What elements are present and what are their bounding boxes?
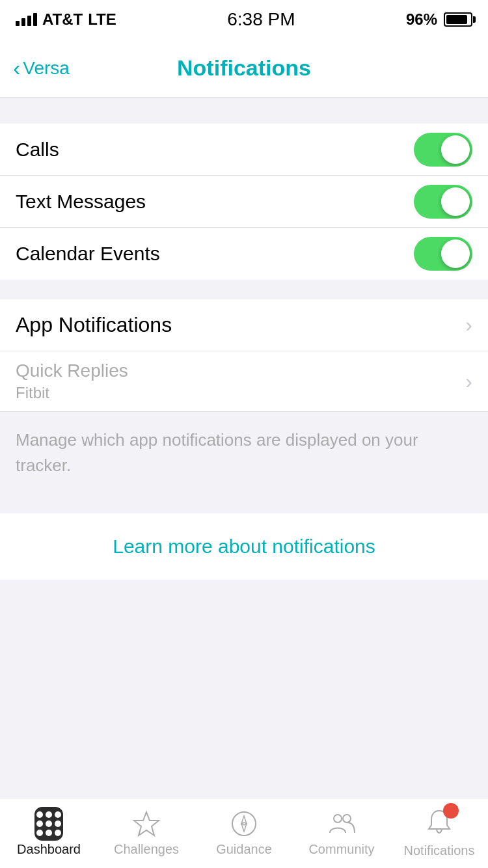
calendar-events-row: Calendar Events (0, 228, 488, 280)
battery-icon (444, 12, 472, 27)
back-button[interactable]: ‹ Versa (13, 55, 70, 81)
signal-bars-icon (16, 13, 37, 26)
tab-dashboard[interactable]: Dashboard (0, 798, 98, 868)
quick-replies-text: Quick Replies Fitbit (16, 360, 128, 402)
battery-percent: 96% (406, 10, 437, 29)
tab-community-label: Community (308, 842, 374, 857)
app-notifications-row[interactable]: App Notifications › (0, 299, 488, 351)
learn-more-link[interactable]: Learn more about notifications (113, 536, 375, 558)
text-messages-toggle-knob (441, 187, 470, 216)
status-right: 96% (406, 10, 472, 29)
learn-more-section: Learn more about notifications (0, 513, 488, 580)
svg-marker-2 (241, 816, 247, 824)
tab-challenges-label: Challenges (114, 842, 179, 857)
status-left: AT&T LTE (16, 10, 116, 29)
page-title: Notifications (177, 55, 311, 81)
status-bar: AT&T LTE 6:38 PM 96% (0, 0, 488, 39)
status-time: 6:38 PM (227, 9, 295, 30)
tab-community[interactable]: Community (293, 798, 390, 868)
network-label: LTE (88, 10, 116, 29)
compass-icon (230, 809, 258, 838)
carrier-label: AT&T (42, 10, 83, 29)
description-section: Manage which app notifications are displ… (0, 412, 488, 494)
section-gap-top (0, 98, 488, 124)
svg-marker-3 (241, 824, 247, 832)
guidance-icon (230, 809, 258, 838)
back-chevron-icon: ‹ (13, 55, 20, 81)
notifications-icon-wrapper (425, 808, 454, 839)
people-icon (327, 809, 356, 838)
app-notifications-label: App Notifications (16, 313, 172, 337)
challenges-icon (132, 809, 161, 838)
back-label: Versa (23, 58, 70, 79)
dashboard-icon (34, 809, 63, 838)
toggle-settings-group: Calls Text Messages Calendar Events (0, 124, 488, 280)
tab-bar: Dashboard Challenges Guidance (0, 798, 488, 868)
community-icon (327, 809, 356, 838)
svg-marker-0 (134, 812, 159, 835)
app-notifications-chevron-icon: › (465, 313, 472, 337)
calendar-events-label: Calendar Events (16, 243, 160, 265)
calls-toggle[interactable] (414, 133, 472, 167)
notification-badge (443, 803, 459, 819)
calendar-events-toggle[interactable] (414, 237, 472, 271)
svg-point-5 (343, 815, 351, 822)
quick-replies-sublabel: Fitbit (16, 384, 128, 402)
tab-notifications-label: Notifications (404, 843, 475, 858)
calls-label: Calls (16, 139, 59, 161)
star-icon (132, 809, 161, 838)
text-messages-toggle[interactable] (414, 185, 472, 219)
tab-guidance-label: Guidance (216, 842, 272, 857)
calendar-events-toggle-knob (441, 239, 470, 268)
quick-replies-label: Quick Replies (16, 360, 128, 381)
section-gap-mid (0, 280, 488, 299)
tab-challenges[interactable]: Challenges (98, 798, 195, 868)
tab-guidance[interactable]: Guidance (195, 798, 293, 868)
description-text: Manage which app notifications are displ… (16, 430, 418, 475)
text-messages-label: Text Messages (16, 191, 146, 213)
spacer-bottom (0, 580, 488, 658)
calls-row: Calls (0, 124, 488, 176)
tab-notifications[interactable]: Notifications (390, 798, 488, 868)
text-messages-row: Text Messages (0, 176, 488, 228)
tab-dashboard-label: Dashboard (17, 842, 81, 857)
quick-replies-chevron-icon: › (465, 370, 472, 394)
quick-replies-row[interactable]: Quick Replies Fitbit › (0, 351, 488, 412)
calls-toggle-knob (441, 135, 470, 164)
nav-bar: ‹ Versa Notifications (0, 39, 488, 98)
svg-point-4 (334, 815, 342, 822)
